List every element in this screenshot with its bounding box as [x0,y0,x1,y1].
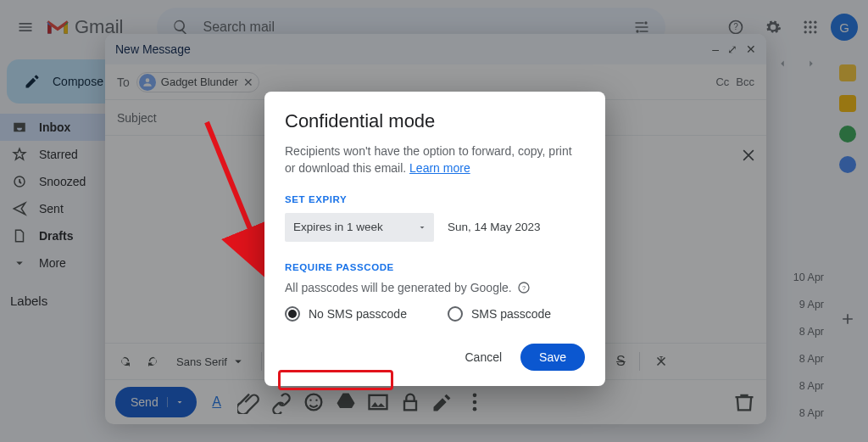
radio-no-sms[interactable]: No SMS passcode [285,306,407,322]
require-passcode-heading: REQUIRE PASSCODE [285,262,585,272]
confidential-mode-dialog: Confidential mode Recipients won't have … [264,92,605,386]
radio-dot-off [448,306,463,322]
expiry-select[interactable]: Expires in 1 week [285,213,434,242]
dialog-description: Recipients won't have the option to forw… [285,143,585,177]
learn-more-link[interactable]: Learn more [409,161,470,175]
cancel-button[interactable]: Cancel [456,344,510,371]
svg-text:?: ? [522,283,526,291]
passcode-note: All passcodes will be generated by Googl… [285,281,512,294]
set-expiry-heading: SET EXPIRY [285,194,585,204]
caret-down-icon [417,222,427,232]
radio-dot-on [285,306,300,322]
dialog-title: Confidential mode [285,110,585,132]
help-icon[interactable]: ? [517,281,531,294]
radio-sms[interactable]: SMS passcode [448,306,551,322]
save-button[interactable]: Save [520,344,585,371]
expiry-date: Sun, 14 May 2023 [448,221,541,233]
